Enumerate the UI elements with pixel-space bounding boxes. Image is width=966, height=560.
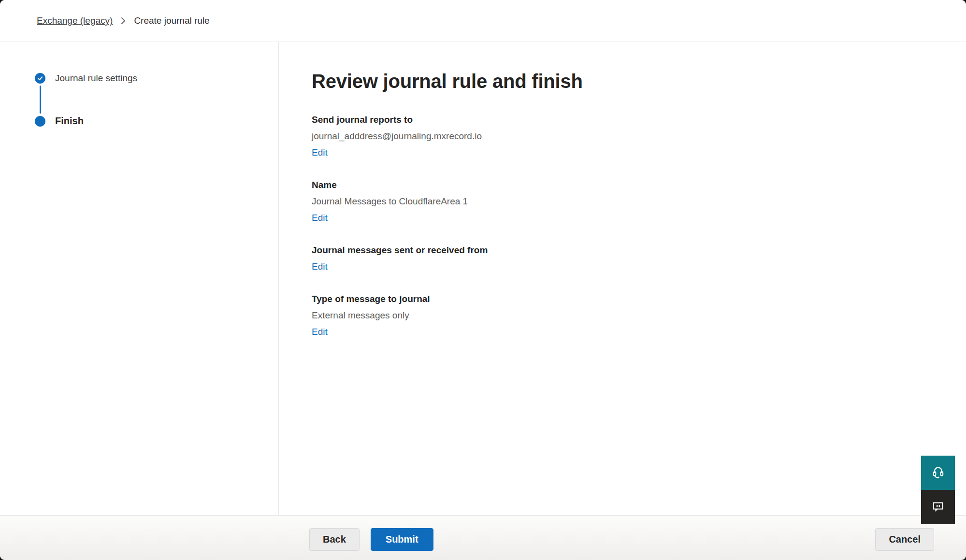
edit-journal-messages-from-link[interactable]: Edit [312, 258, 328, 275]
wizard-step-journal-rule-settings[interactable]: Journal rule settings [35, 73, 278, 84]
floating-side-buttons [921, 456, 955, 524]
chevron-right-icon [120, 16, 126, 25]
review-section-name: Name Journal Messages to CloudflareArea … [312, 177, 947, 226]
breadcrumb-exchange-legacy-link[interactable]: Exchange (legacy) [37, 15, 113, 26]
section-value: Journal Messages to CloudflareArea 1 [312, 193, 947, 210]
review-section-send-journal-reports: Send journal reports to journal_adddress… [312, 112, 947, 161]
cancel-button[interactable]: Cancel [875, 528, 934, 551]
breadcrumb: Exchange (legacy) Create journal rule [37, 15, 210, 26]
edit-message-type-link[interactable]: Edit [312, 324, 328, 340]
step-label-journal-rule-settings: Journal rule settings [55, 73, 137, 84]
create-journal-rule-wizard-window: Exchange (legacy) Create journal rule Jo… [0, 0, 966, 560]
breadcrumb-bar: Exchange (legacy) Create journal rule [0, 0, 966, 42]
section-label: Send journal reports to [312, 112, 947, 128]
review-section-message-type: Type of message to journal External mess… [312, 291, 947, 340]
back-button[interactable]: Back [309, 528, 360, 551]
breadcrumb-current-page: Create journal rule [134, 15, 209, 26]
step-current-dot-icon [35, 116, 45, 127]
section-value: External messages only [312, 307, 947, 324]
review-section-journal-messages-from: Journal messages sent or received from E… [312, 242, 947, 275]
review-content: Review journal rule and finish Send jour… [279, 42, 966, 515]
feedback-button[interactable] [921, 490, 955, 524]
section-label: Type of message to journal [312, 291, 947, 307]
submit-button[interactable]: Submit [371, 528, 433, 551]
section-label: Journal messages sent or received from [312, 242, 947, 258]
headset-icon [930, 464, 946, 481]
feedback-chat-icon [930, 499, 946, 516]
wizard-footer: Back Submit Cancel [0, 515, 966, 560]
section-value: journal_adddress@journaling.mxrecord.io [312, 128, 947, 144]
edit-name-link[interactable]: Edit [312, 210, 328, 226]
section-label: Name [312, 177, 947, 193]
step-connector-line [40, 86, 41, 114]
step-completed-check-icon [35, 73, 45, 84]
footer-button-group: Back Submit [309, 528, 433, 551]
help-support-button[interactable] [921, 456, 955, 490]
edit-send-journal-reports-link[interactable]: Edit [312, 144, 328, 161]
wizard-step-finish[interactable]: Finish [35, 115, 278, 127]
step-label-finish: Finish [55, 115, 84, 127]
wizard-steps-panel: Journal rule settings Finish [0, 42, 279, 515]
page-title: Review journal rule and finish [312, 69, 947, 93]
